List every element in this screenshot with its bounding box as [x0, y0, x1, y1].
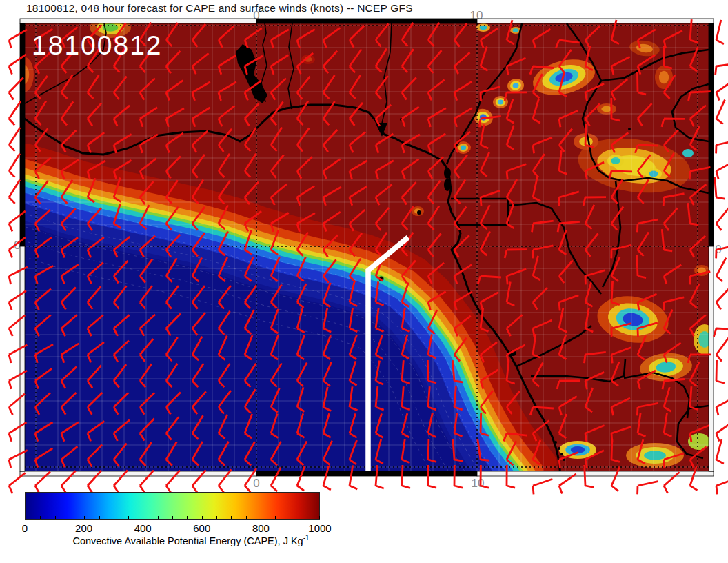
colorbar-tick-label: 600 — [193, 522, 210, 534]
colorbar-minor-tick — [143, 516, 143, 519]
island — [417, 210, 421, 215]
colorbar-minor-tick — [172, 516, 173, 519]
colorbar-minor-tick — [275, 516, 276, 519]
colorbar-minor-tick — [305, 516, 305, 519]
map-content — [0, 17, 716, 522]
colorbar-minor-tick — [290, 516, 290, 519]
colorbar-minor-tick — [128, 516, 129, 519]
colorbar-minor-tick — [187, 516, 188, 519]
colorbar-label-text: Convective Available Potential Energy (C… — [72, 535, 303, 546]
colorbar-minor-tick — [84, 516, 85, 519]
island — [628, 128, 631, 130]
colorbar-minor-tick — [261, 516, 261, 519]
cape-wind-map — [0, 0, 728, 563]
colorbar-minor-tick — [246, 516, 247, 519]
colorbar-minor-tick — [114, 516, 114, 519]
colorbar-minor-tick — [202, 516, 203, 519]
cape-low-blob — [476, 23, 490, 32]
colorbar-tick-label: 1000 — [308, 522, 331, 534]
colorbar-minor-tick — [40, 516, 41, 519]
island — [444, 168, 451, 179]
island — [560, 453, 563, 455]
colorbar-tick-label: 200 — [75, 522, 92, 534]
colorbar-minor-tick — [231, 516, 232, 519]
colorbar-minor-tick — [216, 516, 217, 519]
colorbar-label-exponent: -1 — [303, 534, 310, 542]
map-init-time-label: 18100812 — [32, 30, 163, 61]
weather-map-figure: 18100812, 048 hour forecast for CAPE and… — [0, 0, 728, 563]
island — [558, 447, 560, 450]
cape-low-blob — [597, 103, 616, 115]
colorbar-minor-tick — [26, 516, 26, 519]
colorbar-axis-label: Convective Available Potential Energy (C… — [72, 534, 309, 546]
colorbar-minor-tick — [55, 516, 56, 519]
colorbar-minor-tick — [158, 516, 159, 519]
colorbar-minor-tick — [70, 516, 70, 519]
cape-low-blob — [655, 66, 673, 89]
cape-low-blob — [682, 149, 694, 157]
cape-colorbar — [25, 492, 320, 520]
colorbar-tick-label: 0 — [22, 522, 28, 534]
island — [444, 179, 451, 191]
colorbar-minor-tick — [99, 516, 100, 519]
colorbar-tick-label: 400 — [134, 522, 152, 534]
island — [554, 441, 557, 444]
colorbar-minor-tick — [319, 516, 320, 519]
cape-low-blob — [607, 155, 624, 167]
colorbar-tick-labels: 02004006008001000 — [25, 522, 320, 535]
colorbar-tick-label: 800 — [252, 522, 270, 534]
